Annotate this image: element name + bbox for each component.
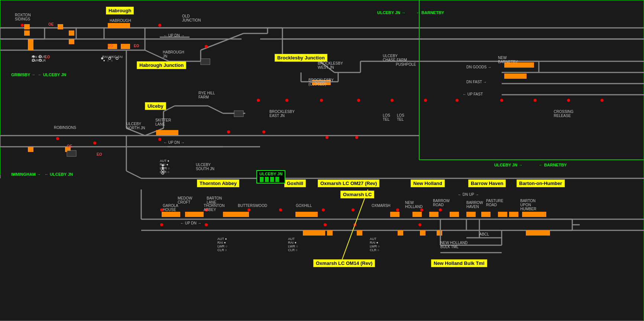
map-container: Habrough Habrough Junction Brocklesby Ju… (0, 0, 644, 321)
track-canvas (0, 0, 644, 321)
